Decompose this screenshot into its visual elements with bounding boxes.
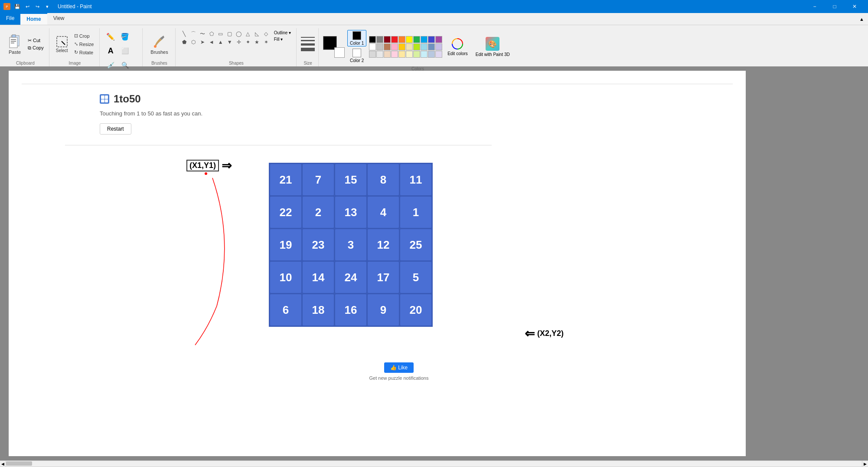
shape-triangle[interactable]: △ xyxy=(244,30,252,38)
color-brown[interactable] xyxy=(384,43,391,50)
text-tool[interactable]: A xyxy=(104,44,117,57)
color-p3-3[interactable] xyxy=(384,51,391,58)
close-btn[interactable]: ✕ xyxy=(845,0,865,13)
shape-curve[interactable]: ⌒ xyxy=(189,30,198,38)
shape-4way-arrow[interactable]: ✛ xyxy=(235,38,243,46)
paint-canvas[interactable]: 1to50 Touching from 1 to 50 as fast as y… xyxy=(9,71,746,456)
cell-17[interactable]: 17 xyxy=(368,262,399,293)
tab-file[interactable]: File xyxy=(0,13,20,25)
outline-button[interactable]: Outline ▾ xyxy=(272,30,293,36)
shape-hexagon[interactable]: ⬡ xyxy=(189,38,198,46)
quick-redo-btn[interactable]: ↪ xyxy=(33,2,42,11)
color-white[interactable] xyxy=(369,43,376,50)
color-lime[interactable] xyxy=(413,43,420,50)
cell-3[interactable]: 3 xyxy=(335,229,366,260)
fill-tool[interactable]: 🪣 xyxy=(118,30,131,43)
quick-save-btn[interactable]: 💾 xyxy=(13,2,22,11)
shape-rect[interactable]: ▭ xyxy=(216,30,225,38)
color-p3-10[interactable] xyxy=(435,51,442,58)
color-p3-1[interactable] xyxy=(369,51,376,58)
color-p3-9[interactable] xyxy=(428,51,435,58)
cell-24[interactable]: 24 xyxy=(335,262,366,293)
edit-colors-button[interactable]: Edit colors xyxy=(445,36,470,58)
select-button[interactable]: Select xyxy=(54,33,70,55)
fill-button[interactable]: Fill ▾ xyxy=(272,36,293,42)
shape-star6[interactable]: ✶ xyxy=(262,38,271,46)
like-button[interactable]: 👍 Like xyxy=(384,362,414,373)
tab-home[interactable]: Home xyxy=(20,13,47,25)
cell-5[interactable]: 5 xyxy=(400,262,431,293)
shape-up-arrow[interactable]: ▲ xyxy=(216,38,225,46)
size-3-btn[interactable] xyxy=(301,43,315,46)
scroll-right-btn[interactable]: ▶ xyxy=(862,461,868,467)
eraser-tool[interactable]: ⬜ xyxy=(118,44,131,57)
picker-tool[interactable]: 💉 xyxy=(104,59,117,72)
size-1-btn[interactable] xyxy=(301,37,315,38)
cell-18[interactable]: 18 xyxy=(303,294,334,326)
color-steelblue[interactable] xyxy=(428,43,435,50)
cell-22[interactable]: 22 xyxy=(270,197,301,228)
cell-2[interactable]: 2 xyxy=(303,197,334,228)
cell-1[interactable]: 1 xyxy=(400,197,431,228)
resize-button[interactable]: ⤡ Resize xyxy=(72,40,96,48)
paste-button[interactable]: Paste xyxy=(5,32,24,56)
cell-12[interactable]: 12 xyxy=(368,229,399,260)
cell-10[interactable]: 10 xyxy=(270,262,301,293)
cell-9[interactable]: 9 xyxy=(368,294,399,326)
cell-15[interactable]: 15 xyxy=(335,164,366,195)
size-4-btn[interactable] xyxy=(301,48,315,51)
cell-20[interactable]: 20 xyxy=(400,294,431,326)
color-green[interactable] xyxy=(413,36,420,43)
tab-view[interactable]: View xyxy=(47,13,71,25)
cell-6[interactable]: 6 xyxy=(270,294,301,326)
copy-button[interactable]: ⧉ Copy xyxy=(26,45,46,51)
color-gold[interactable] xyxy=(398,43,405,50)
color-p3-7[interactable] xyxy=(413,51,420,58)
shape-round-rect[interactable]: ▢ xyxy=(225,30,234,38)
shape-polygon[interactable]: ⬠ xyxy=(207,30,216,38)
shape-left-arrow[interactable]: ◄ xyxy=(207,38,216,46)
cell-25[interactable]: 25 xyxy=(400,229,431,260)
shape-right-triangle[interactable]: ◺ xyxy=(253,30,261,38)
color-pink[interactable] xyxy=(391,43,398,50)
cell-4[interactable]: 4 xyxy=(368,197,399,228)
color-lightblue[interactable] xyxy=(421,43,427,50)
brushes-button[interactable]: Brushes xyxy=(147,32,171,56)
cell-11[interactable]: 11 xyxy=(400,164,431,195)
shape-ellipse[interactable]: ◯ xyxy=(235,30,243,38)
scrollbar-track[interactable] xyxy=(6,461,862,467)
shape-pentagon[interactable]: ⬟ xyxy=(180,38,189,46)
cell-8[interactable]: 8 xyxy=(368,164,399,195)
color-red[interactable] xyxy=(391,36,398,43)
scroll-left-btn[interactable]: ◀ xyxy=(0,461,6,467)
color-purple[interactable] xyxy=(435,36,442,43)
cell-14[interactable]: 14 xyxy=(303,262,334,293)
minimize-btn[interactable]: − xyxy=(805,0,825,13)
color-gray2[interactable] xyxy=(376,43,383,50)
restart-button[interactable]: Restart xyxy=(100,123,131,135)
color-gray1[interactable] xyxy=(376,36,383,43)
crop-button[interactable]: ⊡ Crop xyxy=(72,32,96,39)
shape-freeform[interactable]: 〜 xyxy=(198,30,207,38)
color2-selector[interactable]: Color 2 xyxy=(347,47,366,64)
rotate-button[interactable]: ↻ Rotate xyxy=(72,49,96,56)
color-p3-4[interactable] xyxy=(391,51,398,58)
magnify-tool[interactable]: 🔍 xyxy=(118,59,131,72)
color-p3-6[interactable] xyxy=(406,51,413,58)
color-black[interactable] xyxy=(369,36,376,43)
color-lightyellow[interactable] xyxy=(406,43,413,50)
quick-undo-btn[interactable]: ↩ xyxy=(23,2,32,11)
ribbon-collapse-btn[interactable]: ▲ xyxy=(857,15,866,23)
cell-16[interactable]: 16 xyxy=(335,294,366,326)
shape-line[interactable]: ╲ xyxy=(180,30,189,38)
color-2-box[interactable] xyxy=(334,47,345,58)
scrollbar-thumb[interactable] xyxy=(6,461,32,466)
edit-paint3d-button[interactable]: 🎨 Edit with Paint 3D xyxy=(473,35,512,59)
maximize-btn[interactable]: □ xyxy=(825,0,845,13)
color-yellow[interactable] xyxy=(406,36,413,43)
pencil-tool[interactable]: ✏️ xyxy=(104,30,117,43)
color-orange[interactable] xyxy=(398,36,405,43)
shape-diamond[interactable]: ◇ xyxy=(262,30,271,38)
cut-button[interactable]: ✂ Cut xyxy=(26,37,46,44)
cell-19[interactable]: 19 xyxy=(270,229,301,260)
